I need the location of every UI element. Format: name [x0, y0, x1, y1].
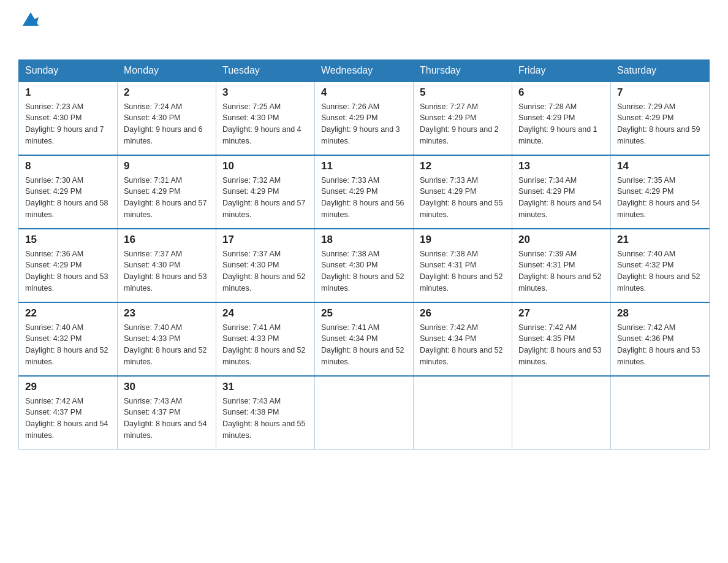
calendar-cell: 22 Sunrise: 7:40 AM Sunset: 4:32 PM Dayl… — [19, 302, 118, 376]
calendar-cell: 25 Sunrise: 7:41 AM Sunset: 4:34 PM Dayl… — [315, 302, 414, 376]
day-number: 5 — [420, 86, 506, 99]
header-friday: Friday — [512, 59, 611, 82]
day-info: Sunrise: 7:26 AM Sunset: 4:29 PM Dayligh… — [321, 101, 407, 147]
calendar-cell: 14 Sunrise: 7:35 AM Sunset: 4:29 PM Dayl… — [611, 155, 710, 229]
day-info: Sunrise: 7:40 AM Sunset: 4:32 PM Dayligh… — [617, 248, 703, 294]
calendar-cell: 21 Sunrise: 7:40 AM Sunset: 4:32 PM Dayl… — [611, 229, 710, 302]
calendar-cell: 16 Sunrise: 7:37 AM Sunset: 4:30 PM Dayl… — [118, 229, 216, 302]
calendar-cell: 3 Sunrise: 7:25 AM Sunset: 4:30 PM Dayli… — [216, 82, 315, 155]
day-info: Sunrise: 7:33 AM Sunset: 4:29 PM Dayligh… — [420, 175, 506, 221]
day-info: Sunrise: 7:27 AM Sunset: 4:29 PM Dayligh… — [420, 101, 506, 147]
calendar-cell: 13 Sunrise: 7:34 AM Sunset: 4:29 PM Dayl… — [512, 155, 611, 229]
day-number: 13 — [518, 160, 604, 172]
day-info: Sunrise: 7:37 AM Sunset: 4:30 PM Dayligh… — [222, 248, 308, 294]
day-number: 22 — [25, 307, 111, 320]
day-info: Sunrise: 7:38 AM Sunset: 4:31 PM Dayligh… — [420, 248, 506, 294]
calendar-cell: 31 Sunrise: 7:43 AM Sunset: 4:38 PM Dayl… — [216, 376, 315, 450]
day-info: Sunrise: 7:30 AM Sunset: 4:29 PM Dayligh… — [25, 175, 111, 221]
calendar-cell: 5 Sunrise: 7:27 AM Sunset: 4:29 PM Dayli… — [414, 82, 512, 155]
day-info: Sunrise: 7:42 AM Sunset: 4:36 PM Dayligh… — [617, 322, 703, 368]
calendar-cell: 6 Sunrise: 7:28 AM Sunset: 4:29 PM Dayli… — [512, 82, 611, 155]
calendar-cell — [611, 376, 710, 450]
calendar-cell: 2 Sunrise: 7:24 AM Sunset: 4:30 PM Dayli… — [118, 82, 216, 155]
header-saturday: Saturday — [611, 59, 710, 82]
day-info: Sunrise: 7:39 AM Sunset: 4:31 PM Dayligh… — [518, 248, 604, 294]
day-info: Sunrise: 7:23 AM Sunset: 4:30 PM Dayligh… — [25, 101, 111, 147]
day-info: Sunrise: 7:40 AM Sunset: 4:33 PM Dayligh… — [124, 322, 210, 368]
day-info: Sunrise: 7:37 AM Sunset: 4:30 PM Dayligh… — [124, 248, 210, 294]
calendar-cell: 18 Sunrise: 7:38 AM Sunset: 4:30 PM Dayl… — [315, 229, 414, 302]
calendar-cell — [315, 376, 414, 450]
day-number: 8 — [25, 160, 111, 172]
day-number: 2 — [124, 86, 210, 99]
calendar-table: SundayMondayTuesdayWednesdayThursdayFrid… — [18, 59, 710, 450]
calendar-cell: 24 Sunrise: 7:41 AM Sunset: 4:33 PM Dayl… — [216, 302, 315, 376]
calendar-cell: 30 Sunrise: 7:43 AM Sunset: 4:37 PM Dayl… — [118, 376, 216, 450]
day-number: 23 — [124, 307, 210, 320]
calendar-cell: 9 Sunrise: 7:31 AM Sunset: 4:29 PM Dayli… — [118, 155, 216, 229]
day-number: 17 — [222, 234, 308, 246]
day-info: Sunrise: 7:41 AM Sunset: 4:34 PM Dayligh… — [321, 322, 407, 368]
day-info: Sunrise: 7:24 AM Sunset: 4:30 PM Dayligh… — [124, 101, 210, 147]
week-row-5: 29 Sunrise: 7:42 AM Sunset: 4:37 PM Dayl… — [19, 376, 710, 450]
calendar-cell: 7 Sunrise: 7:29 AM Sunset: 4:29 PM Dayli… — [611, 82, 710, 155]
header-sunday: Sunday — [19, 59, 118, 82]
day-number: 4 — [321, 86, 407, 99]
day-number: 6 — [518, 86, 604, 99]
day-info: Sunrise: 7:31 AM Sunset: 4:29 PM Dayligh… — [124, 175, 210, 221]
day-number: 14 — [617, 160, 703, 172]
calendar-cell: 19 Sunrise: 7:38 AM Sunset: 4:31 PM Dayl… — [414, 229, 512, 302]
day-info: Sunrise: 7:38 AM Sunset: 4:30 PM Dayligh… — [321, 248, 407, 294]
header-wednesday: Wednesday — [315, 59, 414, 82]
day-info: Sunrise: 7:43 AM Sunset: 4:37 PM Dayligh… — [124, 396, 210, 442]
day-number: 20 — [518, 234, 604, 246]
calendar-cell: 23 Sunrise: 7:40 AM Sunset: 4:33 PM Dayl… — [118, 302, 216, 376]
day-number: 21 — [617, 234, 703, 246]
calendar-cell: 20 Sunrise: 7:39 AM Sunset: 4:31 PM Dayl… — [512, 229, 611, 302]
calendar-cell: 26 Sunrise: 7:42 AM Sunset: 4:34 PM Dayl… — [414, 302, 512, 376]
day-number: 24 — [222, 307, 308, 320]
day-info: Sunrise: 7:42 AM Sunset: 4:34 PM Dayligh… — [420, 322, 506, 368]
day-info: Sunrise: 7:29 AM Sunset: 4:29 PM Dayligh… — [617, 101, 703, 147]
week-row-3: 15 Sunrise: 7:36 AM Sunset: 4:29 PM Dayl… — [19, 229, 710, 302]
page-header — [18, 12, 710, 47]
logo-icon — [20, 9, 41, 29]
day-number: 3 — [222, 86, 308, 99]
day-info: Sunrise: 7:36 AM Sunset: 4:29 PM Dayligh… — [25, 248, 111, 294]
day-number: 11 — [321, 160, 407, 172]
day-info: Sunrise: 7:42 AM Sunset: 4:35 PM Dayligh… — [518, 322, 604, 368]
day-info: Sunrise: 7:32 AM Sunset: 4:29 PM Dayligh… — [222, 175, 308, 221]
day-info: Sunrise: 7:42 AM Sunset: 4:37 PM Dayligh… — [25, 396, 111, 442]
calendar-cell: 1 Sunrise: 7:23 AM Sunset: 4:30 PM Dayli… — [19, 82, 118, 155]
day-number: 9 — [124, 160, 210, 172]
day-number: 25 — [321, 307, 407, 320]
day-number: 12 — [420, 160, 506, 172]
calendar-cell: 27 Sunrise: 7:42 AM Sunset: 4:35 PM Dayl… — [512, 302, 611, 376]
day-number: 1 — [25, 86, 111, 99]
calendar-cell: 29 Sunrise: 7:42 AM Sunset: 4:37 PM Dayl… — [19, 376, 118, 450]
calendar-cell: 17 Sunrise: 7:37 AM Sunset: 4:30 PM Dayl… — [216, 229, 315, 302]
day-info: Sunrise: 7:34 AM Sunset: 4:29 PM Dayligh… — [518, 175, 604, 221]
header-tuesday: Tuesday — [216, 59, 315, 82]
day-number: 7 — [617, 86, 703, 99]
calendar-cell — [414, 376, 512, 450]
day-info: Sunrise: 7:33 AM Sunset: 4:29 PM Dayligh… — [321, 175, 407, 221]
week-row-1: 1 Sunrise: 7:23 AM Sunset: 4:30 PM Dayli… — [19, 82, 710, 155]
day-number: 27 — [518, 307, 604, 320]
day-number: 16 — [124, 234, 210, 246]
day-number: 30 — [124, 381, 210, 393]
calendar-cell: 12 Sunrise: 7:33 AM Sunset: 4:29 PM Dayl… — [414, 155, 512, 229]
day-number: 28 — [617, 307, 703, 320]
week-row-4: 22 Sunrise: 7:40 AM Sunset: 4:32 PM Dayl… — [19, 302, 710, 376]
day-info: Sunrise: 7:35 AM Sunset: 4:29 PM Dayligh… — [617, 175, 703, 221]
day-info: Sunrise: 7:40 AM Sunset: 4:32 PM Dayligh… — [25, 322, 111, 368]
day-number: 31 — [222, 381, 308, 393]
logo — [18, 12, 41, 47]
day-number: 26 — [420, 307, 506, 320]
week-row-2: 8 Sunrise: 7:30 AM Sunset: 4:29 PM Dayli… — [19, 155, 710, 229]
calendar-cell: 15 Sunrise: 7:36 AM Sunset: 4:29 PM Dayl… — [19, 229, 118, 302]
day-info: Sunrise: 7:43 AM Sunset: 4:38 PM Dayligh… — [222, 396, 308, 442]
day-number: 29 — [25, 381, 111, 393]
day-number: 10 — [222, 160, 308, 172]
calendar-cell: 28 Sunrise: 7:42 AM Sunset: 4:36 PM Dayl… — [611, 302, 710, 376]
